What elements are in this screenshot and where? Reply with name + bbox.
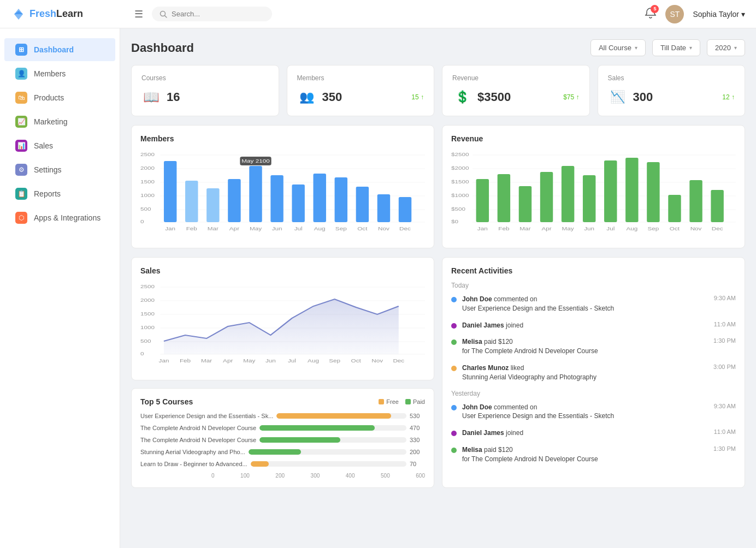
activity-text: John Doe commented on User Experience De…	[462, 295, 708, 313]
filter-year-label: 2020	[715, 44, 731, 52]
notifications-button[interactable]: 5	[645, 7, 657, 21]
sidebar-icon-sales: 📊	[15, 140, 27, 152]
sidebar: ⊞ Dashboard 👤 Members 🛍 Products 📈 Marke…	[0, 28, 120, 548]
svg-text:Sep: Sep	[329, 358, 340, 363]
sales-chart-title: Sales	[140, 266, 425, 275]
user-name[interactable]: Sophia Taylor ▾	[693, 10, 745, 19]
search-icon	[160, 10, 167, 18]
svg-line-1	[165, 15, 167, 17]
bottom-row: Sales 2500 2000 1500 1000 500 0	[131, 257, 745, 488]
svg-text:$0: $0	[451, 219, 458, 224]
course-name: Stunning Aerial Videography and Pho...	[140, 449, 245, 455]
free-label: Free	[386, 398, 399, 405]
svg-rect-24	[335, 177, 347, 222]
sidebar-label-members: Members	[34, 69, 66, 78]
sidebar-icon-marketing: 📈	[15, 116, 27, 128]
activities-title: Recent Activities	[451, 266, 736, 275]
logo[interactable]: FreshLearn	[11, 7, 120, 22]
user-chevron: ▾	[741, 10, 745, 19]
activity-content: Daniel James joined	[462, 321, 708, 330]
svg-text:0: 0	[140, 351, 144, 356]
search-input[interactable]	[172, 10, 259, 18]
activity-text: Melisa paid $120 for The Complete Androi…	[462, 445, 708, 464]
course-bar-fill	[259, 437, 340, 443]
course-row: The Complete Android N Developer Course …	[140, 425, 425, 431]
charts-row: Members 2500 2000 1500 1000 500 0	[131, 125, 745, 248]
stat-label-members: Members	[297, 74, 424, 82]
chevron-down-icon: ▾	[734, 45, 737, 51]
course-value: 70	[410, 461, 425, 467]
legend-paid: Paid	[405, 398, 425, 405]
svg-text:Jul: Jul	[294, 226, 303, 231]
svg-text:Apr: Apr	[541, 226, 552, 231]
main-content: Dashboard All Course ▾ Till Date ▾ 2020 …	[120, 28, 756, 548]
activity-dot	[451, 339, 457, 345]
sidebar-item-reports[interactable]: 📋 Reports	[4, 182, 115, 205]
sidebar-label-products: Products	[34, 93, 64, 102]
svg-text:Apr: Apr	[223, 358, 233, 363]
chevron-down-icon: ▾	[689, 45, 692, 51]
revenue-icon: 💲	[452, 87, 472, 107]
activity-text: Melisa paid $120 for The Complete Androi…	[462, 337, 708, 356]
today-activities: John Doe commented on User Experience De…	[451, 295, 736, 382]
activity-time: 11:0 AM	[714, 321, 736, 327]
stat-delta-sales: 12 ↑	[722, 93, 735, 101]
svg-text:Dec: Dec	[712, 226, 723, 231]
course-name: User Experience Design and the Essential…	[140, 413, 273, 419]
activity-content: John Doe commented on User Experience De…	[462, 403, 708, 421]
stat-label-courses: Courses	[141, 74, 269, 82]
svg-text:2000: 2000	[140, 297, 155, 302]
activity-item: Melisa paid $120 for The Complete Androi…	[451, 337, 736, 356]
sidebar-item-products[interactable]: 🛍 Products	[4, 86, 115, 109]
avatar[interactable]: ST	[665, 5, 684, 23]
filter-date[interactable]: Till Date ▾	[652, 39, 700, 56]
svg-text:Jan: Jan	[159, 358, 169, 363]
stat-value-sales: 300	[633, 90, 653, 104]
sidebar-item-members[interactable]: 👤 Members	[4, 62, 115, 85]
svg-rect-56	[562, 166, 574, 222]
course-row: User Experience Design and the Essential…	[140, 413, 425, 419]
logo-text-fresh: Fresh	[29, 8, 56, 19]
yesterday-activities: John Doe commented on User Experience De…	[451, 403, 736, 464]
svg-rect-55	[540, 172, 553, 222]
sidebar-icon-reports: 📋	[15, 188, 27, 200]
sidebar-item-dashboard[interactable]: ⊞ Dashboard	[4, 38, 115, 61]
filter-course[interactable]: All Course ▾	[590, 39, 646, 56]
activity-dot	[451, 297, 457, 302]
sidebar-item-sales[interactable]: 📊 Sales	[4, 134, 115, 157]
hamburger-menu[interactable]: ☰	[134, 8, 143, 20]
sidebar-icon-apps: ⬡	[15, 212, 27, 224]
svg-text:May: May	[243, 358, 256, 363]
members-bar-chart: 2500 2000 1500 1000 500 0	[140, 150, 425, 239]
svg-rect-21	[270, 175, 283, 222]
revenue-chart-title: Revenue	[451, 134, 736, 143]
course-bar-bg	[259, 425, 406, 431]
activity-item: Daniel James joined 11:0 AM	[451, 428, 736, 438]
stat-value-revenue: $3500	[477, 90, 511, 104]
svg-text:$500: $500	[451, 206, 465, 211]
svg-text:Apr: Apr	[229, 226, 240, 231]
courses-icon: 📖	[141, 87, 161, 107]
svg-text:Jan: Jan	[477, 226, 488, 231]
activity-dot	[451, 323, 457, 329]
activity-content: Melisa paid $120 for The Complete Androi…	[462, 445, 708, 464]
svg-text:Nov: Nov	[690, 226, 702, 231]
svg-rect-62	[689, 180, 702, 222]
sidebar-item-marketing[interactable]: 📈 Marketing	[4, 110, 115, 133]
svg-text:Aug: Aug	[308, 358, 319, 363]
svg-text:Jun: Jun	[272, 226, 282, 231]
activity-content: Charles Munoz liked Stunning Aerial Vide…	[462, 364, 708, 382]
sidebar-item-apps[interactable]: ⬡ Apps & Integrations	[4, 206, 115, 229]
sidebar-icon-products: 🛍	[15, 92, 27, 104]
svg-rect-57	[583, 175, 595, 222]
sidebar-icon-dashboard: ⊞	[15, 44, 27, 56]
course-bar-bg	[251, 461, 406, 467]
sidebar-item-settings[interactable]: ⚙ Settings	[4, 158, 115, 181]
course-bar-fill	[251, 461, 269, 467]
legend-free: Free	[379, 398, 399, 405]
course-bar-bg	[276, 413, 406, 419]
search-bar[interactable]	[152, 7, 272, 21]
filter-year[interactable]: 2020 ▾	[707, 39, 745, 56]
activity-text: Daniel James joined	[462, 428, 708, 438]
stat-card-courses: Courses 📖 16	[131, 65, 279, 116]
